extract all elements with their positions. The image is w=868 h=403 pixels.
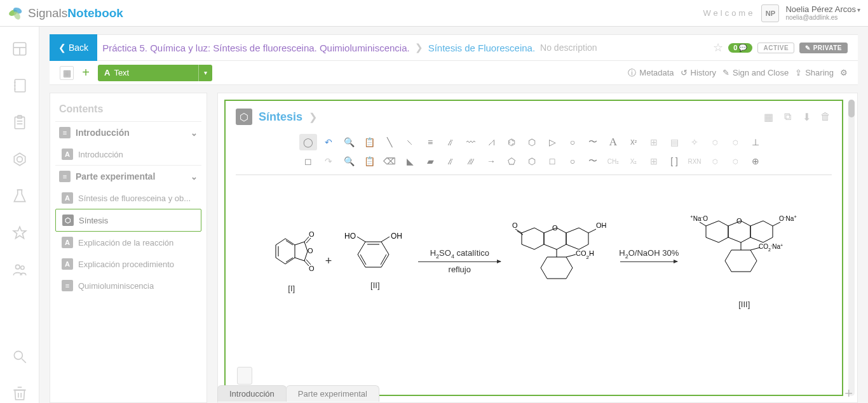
breadcrumb-parent[interactable]: Práctica 5. Química y luz: Síntesis de f… [102, 43, 410, 53]
reaction-scheme[interactable]: OOO [I] + HO OH [ [236, 213, 832, 309]
settings-gear-icon[interactable]: ⚙ [840, 68, 848, 77]
sidebar-item-introduccion[interactable]: A Introducción [55, 143, 201, 165]
square-icon[interactable]: □ [543, 153, 561, 169]
history-button[interactable]: ↺History [681, 68, 716, 77]
block-title[interactable]: Síntesis [259, 110, 302, 124]
add-icon[interactable]: + [79, 66, 93, 80]
chain-icon[interactable]: ⩘ [482, 134, 500, 150]
bond-bold-icon[interactable]: ▰ [421, 153, 439, 169]
name-hex2-icon[interactable]: ⬡ [706, 153, 724, 169]
clipboard-corner-icon[interactable] [237, 367, 252, 385]
status-private-pill[interactable]: ✎PRIVATE [799, 43, 848, 53]
bond-single-icon[interactable]: ╲ [381, 134, 398, 150]
rxn-name-icon[interactable]: RXN [686, 153, 703, 169]
zoom-out-icon[interactable]: 🔍 [340, 153, 358, 169]
rail-flask-icon[interactable] [10, 187, 29, 206]
hexagon-icon[interactable]: ⬡ [523, 134, 541, 150]
paste-icon[interactable]: 📋 [360, 134, 378, 150]
rail-star-icon[interactable] [10, 223, 29, 242]
sidebar-title: Contents [55, 101, 201, 121]
metadata-button[interactable]: ⓘMetadata [628, 67, 674, 79]
eraser-icon[interactable]: ⌫ [381, 153, 398, 169]
tilde2-icon[interactable]: 〜 [584, 153, 602, 169]
bond-wedge-icon[interactable]: ◣ [401, 153, 419, 169]
sidebar-item-explicacion-reaccion[interactable]: A Explicación de la reacción [55, 232, 201, 253]
status-active-pill[interactable]: ACTIVE [757, 43, 794, 53]
marquee-tool-icon[interactable]: ◻ [299, 153, 317, 169]
add-tab-icon[interactable]: + [839, 385, 858, 402]
benzene-icon[interactable]: ⌬ [503, 134, 520, 150]
arrow-tool-icon[interactable]: → [482, 153, 500, 169]
scrollbar-thumb[interactable] [848, 100, 855, 117]
rail-clipboard-icon[interactable] [10, 113, 29, 132]
app-logo[interactable]: SignalsNotebook [8, 5, 123, 22]
circle-icon[interactable]: ○ [564, 134, 581, 150]
rail-notebook-icon[interactable] [10, 76, 29, 95]
svg-text:O: O [736, 217, 742, 225]
grid-icon[interactable]: ▦ [762, 110, 775, 123]
bracket-icon[interactable]: [ ] [665, 153, 683, 169]
trash-icon[interactable]: 🗑 [819, 110, 832, 123]
favorite-star-icon[interactable]: ☆ [713, 41, 723, 55]
bond-hash-icon[interactable]: ⫽ [442, 134, 459, 150]
bond-triple-icon[interactable]: ≡ [421, 134, 439, 150]
tilde-icon[interactable]: 〜 [584, 134, 602, 150]
ph-hex-icon[interactable]: ⬡ [726, 134, 744, 150]
clipboard-icon[interactable]: 📋 [360, 153, 378, 169]
hexagon2-icon[interactable]: ⬡ [523, 153, 541, 169]
stamp-icon[interactable]: ⊥ [747, 134, 764, 150]
ch2-icon[interactable]: CH₂ [604, 153, 622, 169]
x2-icon[interactable]: X₂ [625, 153, 642, 169]
bond-wavy-icon[interactable]: 〰 [462, 134, 480, 150]
rail-trash-icon[interactable] [10, 384, 29, 403]
tab-introduccion[interactable]: Introducción [217, 385, 287, 402]
pentagon-icon[interactable]: ⬠ [503, 153, 520, 169]
sidebar-item-explicacion-procedimiento[interactable]: A Explicación procedimiento [55, 253, 201, 275]
sidebar-item-quimioluminiscencia[interactable]: ≡ Quimioluminiscencia [55, 275, 201, 296]
triangle-icon[interactable]: ▷ [543, 134, 561, 150]
tab-parte-experimental[interactable]: Parte experimental [286, 385, 379, 402]
back-button[interactable]: ❮Back [50, 34, 97, 61]
undo-icon[interactable]: ↶ [320, 134, 337, 150]
scrollbar[interactable] [848, 100, 855, 396]
user-area[interactable]: Welcome NP Noelia Pérez Arcos▾ noelia@ad… [703, 4, 860, 22]
circle2-icon[interactable]: ○ [564, 153, 581, 169]
sign-close-button[interactable]: ✎Sign and Close [722, 68, 789, 77]
molecule-3-label: [III] [738, 300, 750, 309]
clean-icon[interactable]: ✧ [686, 134, 703, 150]
copy-icon[interactable]: ⧉ [781, 110, 794, 123]
grid2-icon[interactable]: ⊞ [645, 153, 663, 169]
rail-cd-icon[interactable] [10, 150, 29, 169]
text-tool-icon[interactable]: A [604, 134, 622, 150]
target-icon[interactable]: ⊕ [747, 153, 764, 169]
section-label: Introducción [76, 128, 130, 138]
breadcrumb-current[interactable]: Síntesis de Fluoresceina. [428, 43, 535, 53]
lasso-tool-icon[interactable]: ◯ [299, 134, 317, 150]
section-introduccion[interactable]: ≡ Introducción ⌄ [55, 121, 201, 143]
sidebar-item-sintesis-fluoresceina[interactable]: A Síntesis de fluoresceina y ob... [55, 187, 201, 209]
template-grid-icon[interactable]: ⊞ [645, 134, 663, 150]
bond-dashed-icon[interactable]: ⟍ [401, 134, 419, 150]
name-hex-icon[interactable]: ⬡ [706, 134, 724, 150]
template-table-icon[interactable]: ▤ [665, 134, 683, 150]
superscript-icon[interactable]: X² [625, 134, 642, 150]
zoom-in-icon[interactable]: 🔍 [340, 134, 358, 150]
comment-badge[interactable]: 0💬 [728, 43, 752, 53]
sidebar-item-sintesis[interactable]: ⬡ Síntesis [55, 209, 201, 232]
logo-icon [8, 5, 24, 22]
redo-icon[interactable]: ↷ [320, 153, 337, 169]
rail-users-icon[interactable] [10, 260, 29, 279]
layout-toggle-icon[interactable]: ▦ [60, 66, 74, 80]
download-icon[interactable]: ⬇ [800, 110, 813, 123]
sign-icon: ✎ [722, 68, 729, 77]
ph-hex2-icon[interactable]: ⬡ [726, 153, 744, 169]
bond-double-icon[interactable]: ⫽ [442, 153, 459, 169]
fluorescein-icon: O O OH CO2H [512, 220, 607, 303]
add-text-dropdown[interactable]: AText [98, 65, 212, 81]
top-bar: SignalsNotebook Welcome NP Noelia Pérez … [0, 0, 868, 27]
bond-double2-icon[interactable]: ⫻ [462, 153, 480, 169]
sharing-button[interactable]: ⇪Sharing [795, 68, 834, 77]
section-parte-experimental[interactable]: ≡ Parte experimental ⌄ [55, 165, 201, 187]
rail-dashboard-icon[interactable] [10, 39, 29, 58]
rail-search-icon[interactable] [10, 347, 29, 366]
